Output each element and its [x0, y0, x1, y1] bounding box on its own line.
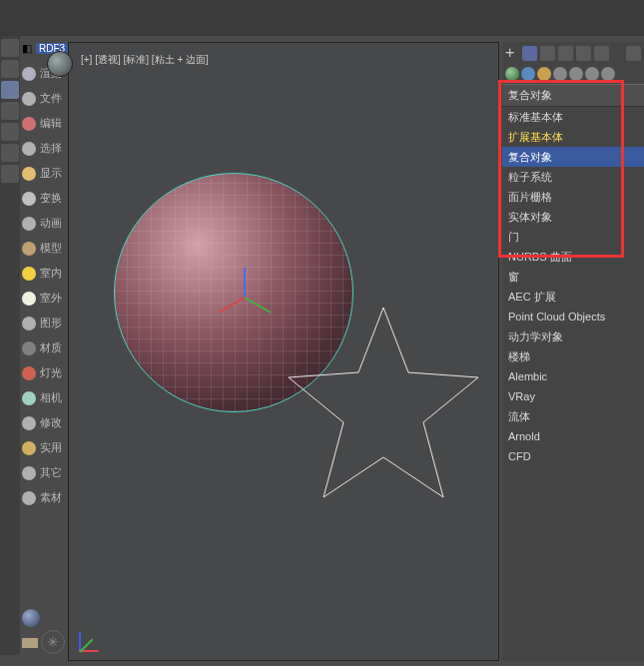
qa-icon-7[interactable] [1, 165, 19, 183]
helpers-category-icon[interactable] [569, 67, 583, 81]
shape-icon [22, 317, 36, 331]
sidebar-item-label: 材质 [40, 340, 62, 355]
systems-category-icon[interactable] [601, 67, 615, 81]
qa-icon-6[interactable] [1, 144, 19, 162]
geom-type-item[interactable]: AEC 扩展 [502, 287, 644, 307]
exterior-icon [22, 292, 36, 306]
transform-icon [22, 192, 36, 206]
sidebar-item-5[interactable]: 变换 [20, 186, 66, 211]
other-icon [22, 466, 36, 480]
geom-type-item[interactable]: 门 [502, 227, 644, 247]
geom-type-item[interactable]: 窗 [502, 267, 644, 287]
geom-type-item[interactable]: NURBS 曲面 [502, 247, 644, 267]
geom-type-item[interactable]: 标准基本体 [502, 107, 644, 127]
sidebar-item-label: 实用 [40, 440, 62, 455]
geom-type-item[interactable]: Alembic [502, 366, 644, 386]
modify-tab-icon[interactable] [522, 46, 537, 61]
modify-icon [22, 416, 36, 430]
display-tab-icon[interactable] [576, 46, 591, 61]
geom-type-item[interactable]: 面片栅格 [502, 187, 644, 207]
geom-type-item[interactable]: 复合对象 [502, 147, 644, 167]
cameras-category-icon[interactable] [553, 67, 567, 81]
model-icon [22, 242, 36, 256]
sidebar-item-label: 图形 [40, 316, 62, 331]
gizmo-y-axis-icon[interactable] [245, 297, 272, 314]
geometry-type-list: 标准基本体扩展基本体复合对象粒子系统面片栅格实体对象门NURBS 曲面 [502, 107, 644, 267]
geom-type-item[interactable]: VRay [502, 386, 644, 406]
qa-icon-5[interactable] [1, 123, 19, 141]
sidebar-item-14[interactable]: 修改 [20, 410, 66, 435]
sidebar-item-17[interactable]: 素材 [20, 485, 66, 510]
utilities-tab-icon[interactable] [594, 46, 609, 61]
world-axis-icon [79, 626, 105, 652]
sidebar-sphere-icon[interactable] [20, 605, 66, 630]
asset-icon [22, 491, 36, 505]
geom-type-item[interactable]: 动力学对象 [502, 327, 644, 346]
qa-icon-1[interactable] [1, 39, 19, 57]
geom-type-item[interactable]: Arnold [502, 426, 644, 446]
sidebar-item-6[interactable]: 动画 [20, 211, 66, 236]
geom-type-item[interactable]: 楼梯 [502, 346, 644, 366]
viewport-settings-button[interactable]: ✳ [41, 630, 65, 654]
shapes-category-icon[interactable] [521, 67, 535, 81]
svg-marker-0 [289, 308, 478, 497]
spacewarps-category-icon[interactable] [585, 67, 599, 81]
scene-star-spline[interactable] [269, 298, 498, 527]
sidebar-item-8[interactable]: 室内 [20, 261, 66, 286]
sidebar-item-label: 模型 [40, 241, 62, 256]
util-icon [22, 441, 36, 455]
sidebar-item-label: 灯光 [40, 365, 62, 380]
geom-type-item[interactable]: 流体 [502, 406, 644, 426]
panel-settings-icon[interactable] [626, 46, 641, 61]
app-menubar [0, 0, 644, 36]
anim-icon [22, 217, 36, 231]
sidebar-item-label: 室内 [40, 266, 62, 281]
sidebar-item-7[interactable]: 模型 [20, 236, 66, 261]
motion-tab-icon[interactable] [558, 46, 573, 61]
viewport-perspective[interactable]: [+] [透视] [标准] [粘土 + 边面] ✳ [68, 42, 499, 661]
viewport-label[interactable]: [+] [透视] [标准] [粘土 + 边面] [81, 53, 209, 67]
sidebar-item-16[interactable]: 其它 [20, 460, 66, 485]
light-icon [22, 366, 36, 380]
sidebar-item-9[interactable]: 室外 [20, 286, 66, 311]
sidebar-item-label: 其它 [40, 465, 62, 480]
create-category-tabs [502, 64, 644, 84]
transform-gizmo[interactable] [214, 268, 274, 328]
sidebar-item-label: 室外 [40, 291, 62, 306]
geometry-type-dropdown[interactable]: 复合对象 [502, 84, 644, 107]
viewcube-icon[interactable] [47, 51, 73, 77]
gizmo-x-axis-icon[interactable] [219, 297, 246, 314]
gizmo-z-axis-icon[interactable] [244, 268, 246, 298]
sidebar-item-13[interactable]: 相机 [20, 385, 66, 410]
file-icon [22, 92, 36, 106]
geom-type-item[interactable]: 扩展基本体 [502, 127, 644, 147]
geometry-category-icon[interactable] [505, 67, 519, 81]
sidebar-item-10[interactable]: 图形 [20, 311, 66, 335]
qa-icon-4[interactable] [1, 102, 19, 120]
hierarchy-tab-icon[interactable] [540, 46, 555, 61]
display-icon [22, 167, 36, 181]
geometry-type-list-extended: 窗AEC 扩展Point Cloud Objects动力学对象楼梯Alembic… [502, 267, 644, 466]
sidebar-item-2[interactable]: 编辑 [20, 111, 66, 136]
render-icon [22, 67, 36, 81]
sidebar-item-label: 相机 [40, 390, 62, 405]
interior-icon [22, 267, 36, 281]
create-tab-icon[interactable]: + [505, 46, 519, 61]
sidebar-item-1[interactable]: 文件 [20, 86, 66, 111]
geom-type-item[interactable]: CFD [502, 446, 644, 466]
qa-icon-2[interactable] [1, 60, 19, 78]
geom-type-item[interactable]: Point Cloud Objects [502, 307, 644, 327]
geom-type-item[interactable]: 粒子系统 [502, 167, 644, 187]
sidebar-item-label: 文件 [40, 91, 62, 106]
sidebar-item-15[interactable]: 实用 [20, 435, 66, 460]
sidebar-item-4[interactable]: 显示 [20, 161, 66, 186]
select-icon [22, 142, 36, 156]
qa-icon-3[interactable] [1, 81, 19, 99]
command-panel: + 复合对象 标准基本体扩展基本体复合对象粒子系统面片栅格实体对象门NURBS … [502, 42, 644, 661]
lights-category-icon[interactable] [537, 67, 551, 81]
sidebar-item-3[interactable]: 选择 [20, 136, 66, 161]
material-icon [22, 341, 36, 355]
sidebar-item-12[interactable]: 灯光 [20, 360, 66, 385]
geom-type-item[interactable]: 实体对象 [502, 207, 644, 227]
sidebar-item-11[interactable]: 材质 [20, 335, 66, 360]
